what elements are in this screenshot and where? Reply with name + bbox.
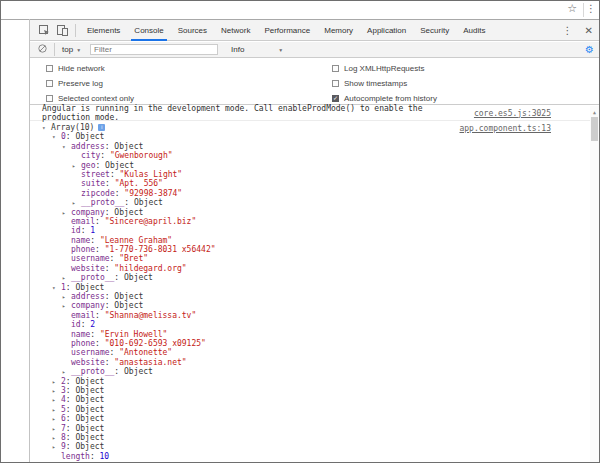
tab-elements[interactable]: Elements: [80, 20, 127, 41]
chevron-down-icon: ▼: [278, 47, 283, 53]
log-level-select[interactable]: Info ▼: [228, 45, 286, 54]
tree-row[interactable]: ▸7: Object: [30, 424, 599, 433]
property-value: Object: [114, 301, 143, 310]
checkbox-icon[interactable]: [332, 65, 339, 72]
info-badge-icon: i: [98, 124, 105, 131]
tree-row[interactable]: ▸5: Object: [30, 405, 599, 414]
tab-memory[interactable]: Memory: [317, 20, 360, 41]
tree-row[interactable]: ▾address: Object: [30, 142, 599, 151]
collapse-triangle-icon[interactable]: ▾: [62, 142, 71, 151]
setting-label: Autocomplete from history: [344, 94, 437, 103]
expand-triangle-icon[interactable]: ▸: [52, 433, 61, 442]
tabbar-right-controls: ⋮ ✕: [557, 25, 599, 36]
expand-triangle-icon[interactable]: ▸: [62, 367, 71, 376]
collapse-triangle-icon[interactable]: ▾: [42, 123, 51, 132]
expand-triangle-icon[interactable]: ▸: [62, 292, 71, 301]
property-value: Array(10): [51, 123, 94, 132]
checkbox-icon[interactable]: [46, 80, 53, 87]
tree-row: email: "Sincere@april.biz": [30, 217, 599, 226]
setting-log-xmlhttprequests[interactable]: Log XMLHttpRequests: [332, 61, 437, 76]
expand-triangle-icon[interactable]: ▸: [72, 161, 81, 170]
tree-row[interactable]: ▸6: Object: [30, 414, 599, 423]
property-key: company: [71, 208, 105, 217]
browser-menu-icon[interactable]: ⋮: [586, 3, 596, 14]
tree-row[interactable]: ▸2: Object: [30, 377, 599, 386]
devtools-close-icon[interactable]: ✕: [579, 25, 599, 36]
console-messages: Angular is running in the development mo…: [30, 106, 599, 462]
tab-application[interactable]: Application: [360, 20, 413, 41]
expand-triangle-icon[interactable]: ▸: [52, 395, 61, 404]
collapse-triangle-icon[interactable]: ▾: [52, 283, 61, 292]
tree-row: username: "Antonette": [30, 348, 599, 357]
tab-security[interactable]: Security: [413, 20, 456, 41]
expand-triangle-icon[interactable]: ▸: [52, 414, 61, 423]
expand-triangle-icon[interactable]: ▸: [62, 208, 71, 217]
checkbox-checked-icon[interactable]: ✓: [332, 95, 339, 102]
property-value: Object: [134, 198, 163, 207]
console-scrollbar[interactable]: ▲: [590, 106, 599, 462]
setting-hide-network[interactable]: Hide network: [46, 61, 134, 76]
tree-row[interactable]: ▸__proto__: Object: [30, 198, 599, 207]
tab-performance[interactable]: Performance: [257, 20, 317, 41]
source-link[interactable]: app.component.ts:13: [459, 124, 551, 133]
tab-audits[interactable]: Audits: [456, 20, 492, 41]
tree-row[interactable]: ▸4: Object: [30, 395, 599, 404]
setting-show-timestamps[interactable]: Show timestamps: [332, 76, 437, 91]
checkbox-icon[interactable]: [46, 65, 53, 72]
tree-row[interactable]: ▸3: Object: [30, 386, 599, 395]
property-value: Object: [75, 424, 104, 433]
property-value: Object: [114, 142, 143, 151]
tree-row[interactable]: ▾1: Object: [30, 283, 599, 292]
console-toolbar: top ▼ Info ▼ ⚙: [30, 42, 599, 58]
expand-triangle-icon[interactable]: ▸: [52, 377, 61, 386]
property-value: Object: [75, 405, 104, 414]
console-filter-input[interactable]: [90, 44, 218, 55]
inspect-element-icon[interactable]: [37, 23, 51, 37]
source-link[interactable]: core.es5.js:3025: [474, 109, 551, 118]
expand-triangle-icon[interactable]: ▸: [52, 424, 61, 433]
console-settings-gear-icon[interactable]: ⚙: [585, 45, 594, 55]
expand-triangle-icon[interactable]: ▸: [52, 442, 61, 451]
property-value: "Ervin Howell": [100, 330, 167, 339]
collapse-triangle-icon[interactable]: ▾: [52, 132, 61, 141]
tree-row[interactable]: ▸__proto__: Object: [30, 367, 599, 376]
toolbar-divider: [54, 43, 55, 56]
scrollbar-up-icon[interactable]: ▲: [590, 106, 599, 115]
property-value: "Gwenborough": [110, 151, 173, 160]
tree-row[interactable]: ▸9: Object: [30, 442, 599, 451]
checkbox-icon[interactable]: [46, 95, 53, 102]
execution-context-value: top: [62, 45, 73, 54]
device-toolbar-icon[interactable]: [55, 23, 69, 37]
clear-console-icon[interactable]: [38, 44, 47, 55]
setting-preserve-log[interactable]: Preserve log: [46, 76, 134, 91]
scrollbar-thumb[interactable]: [591, 117, 598, 141]
expand-triangle-icon[interactable]: ▸: [62, 273, 71, 282]
devtools-more-icon[interactable]: ⋮: [557, 25, 579, 36]
execution-context-select[interactable]: top ▼: [59, 45, 84, 54]
property-key: company: [71, 301, 105, 310]
tree-row: length: 10: [30, 452, 599, 461]
expand-triangle-icon[interactable]: ▸: [52, 386, 61, 395]
tree-row[interactable]: ▸__proto__: Object: [30, 273, 599, 282]
property-value: Object: [75, 414, 104, 423]
tree-row[interactable]: ▾0: Object: [30, 132, 599, 141]
checkbox-icon[interactable]: [332, 80, 339, 87]
tree-row[interactable]: ▸geo: Object: [30, 161, 599, 170]
tree-row[interactable]: ▸8: Object: [30, 433, 599, 442]
expand-triangle-icon[interactable]: ▸: [52, 405, 61, 414]
tree-row: street: "Kulas Light": [30, 170, 599, 179]
tab-network[interactable]: Network: [214, 20, 257, 41]
devtools-panel: ElementsConsoleSourcesNetworkPerformance…: [30, 20, 599, 462]
property-key: 0: [61, 132, 66, 141]
tree-row[interactable]: ▸company: Object: [30, 301, 599, 310]
console-settings-panel: Hide networkPreserve logSelected context…: [30, 59, 599, 105]
bookmark-star-icon[interactable]: ☆: [567, 2, 577, 15]
expand-triangle-icon[interactable]: ▸: [62, 301, 71, 310]
tree-row[interactable]: ▸company: Object: [30, 208, 599, 217]
property-key: street: [81, 170, 110, 179]
expand-triangle-icon[interactable]: ▸: [72, 198, 81, 207]
chevron-down-icon: ▼: [76, 47, 81, 53]
tree-row[interactable]: ▸address: Object: [30, 292, 599, 301]
tab-sources[interactable]: Sources: [171, 20, 214, 41]
tab-console[interactable]: Console: [127, 20, 170, 41]
